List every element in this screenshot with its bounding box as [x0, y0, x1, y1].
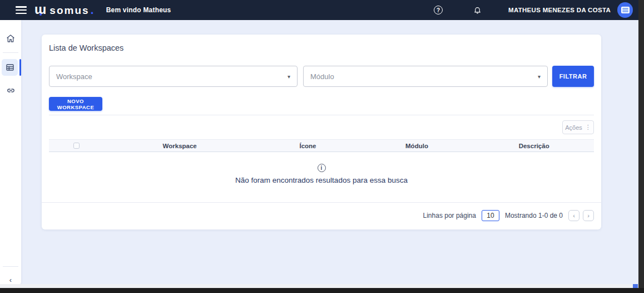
sidebar-divider: [3, 266, 18, 267]
sidebar-item-workspaces[interactable]: [0, 58, 21, 76]
column-header-descricao: Descrição: [474, 143, 594, 149]
sidebar-item-links[interactable]: [0, 82, 21, 99]
user-avatar[interactable]: [617, 2, 633, 18]
sidebar-item-home[interactable]: [0, 30, 21, 47]
logo-mark-icon: ɯ: [34, 4, 46, 15]
column-header-icone: Ícone: [256, 143, 359, 149]
window-edge-bottom: [0, 288, 644, 293]
chevron-down-icon: ▾: [538, 74, 541, 80]
column-header-workspace: Workspace: [103, 143, 256, 149]
page-title: Lista de Workspaces: [49, 43, 123, 52]
empty-state: i Não foram encontrados resultados para …: [49, 164, 594, 184]
filtrar-button[interactable]: FILTRAR: [552, 66, 594, 87]
logo-dot: .: [91, 3, 94, 17]
modulo-select[interactable]: Módulo ▾: [303, 66, 548, 87]
showing-range-label: Mostrando 1-0 de 0: [505, 212, 563, 219]
pagination: Linhas por página Mostrando 1-0 de 0 ‹ ›: [423, 209, 594, 222]
horizontal-scrollbar[interactable]: [0, 284, 638, 288]
sidebar-divider: [3, 52, 18, 53]
rows-per-page-input[interactable]: [482, 210, 499, 221]
previous-page-button[interactable]: ‹: [568, 210, 579, 221]
hamburger-menu-icon[interactable]: [16, 6, 27, 14]
novo-workspace-button[interactable]: NOVO WORKSPACE: [49, 97, 102, 111]
chevron-down-icon: ▾: [288, 74, 290, 80]
welcome-message: Bem vindo Matheus: [106, 6, 171, 14]
window-edge-right: [638, 0, 644, 293]
chevron-left-icon: ‹: [573, 212, 575, 219]
workspaces-table-icon: [6, 63, 14, 72]
scrollbar-corner: [633, 284, 638, 288]
somus-logo: ɯ somus .: [34, 3, 94, 17]
logo-text: somus: [49, 4, 89, 17]
next-page-button[interactable]: ›: [583, 210, 594, 221]
active-indicator: [19, 59, 22, 76]
rows-per-page-label: Linhas por página: [423, 212, 476, 219]
table-header-row: Workspace Ícone Módulo Descrição: [49, 139, 594, 152]
column-header-modulo: Módulo: [360, 143, 474, 149]
info-icon: i: [318, 164, 326, 172]
avatar-image: [621, 7, 630, 13]
sidebar: ‹: [0, 20, 21, 287]
topbar: ɯ somus . Bem vindo Matheus ? MATHEUS ME…: [0, 0, 644, 20]
content-divider: [49, 115, 594, 115]
chevron-right-icon: ›: [587, 212, 589, 219]
help-icon[interactable]: ?: [434, 6, 443, 14]
table-bottom-border: [42, 202, 601, 203]
modulo-select-placeholder: Módulo: [310, 72, 538, 81]
notifications-bell-icon[interactable]: [473, 6, 482, 14]
workspace-select-placeholder: Workspace: [56, 72, 288, 81]
empty-message: Não foram encontrados resultados para es…: [235, 176, 408, 184]
workspace-select[interactable]: Workspace ▾: [49, 66, 298, 87]
link-icon: [6, 86, 16, 95]
select-all-checkbox[interactable]: [73, 143, 80, 149]
acoes-button[interactable]: Ações ⋮: [562, 120, 594, 134]
workspaces-card: Lista de Workspaces Workspace ▾ Módulo ▾…: [42, 35, 601, 229]
user-name: MATHEUS MENEZES DA COSTA: [508, 7, 611, 13]
home-icon: [6, 34, 15, 43]
kebab-menu-icon: ⋮: [585, 124, 591, 131]
acoes-label: Ações: [565, 124, 582, 131]
